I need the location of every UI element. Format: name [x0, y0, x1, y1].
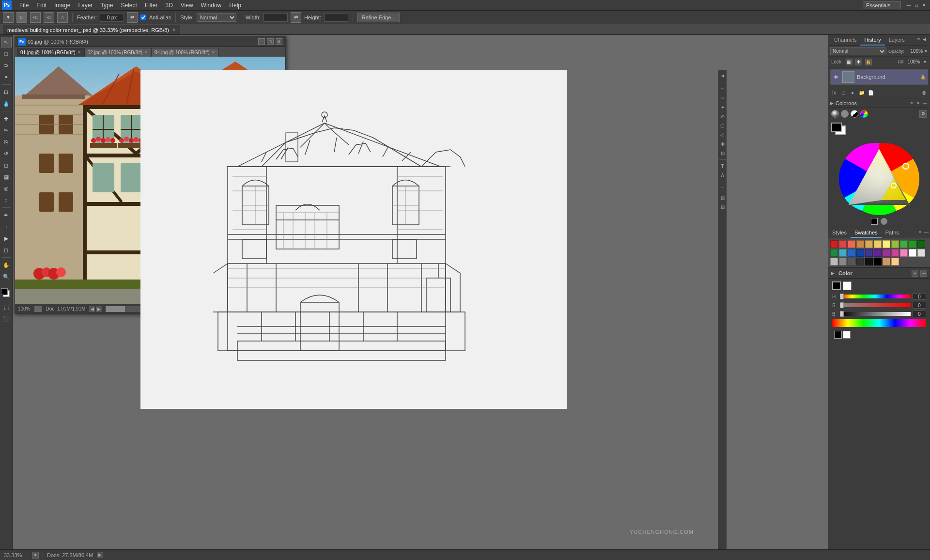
eyedropper-tool[interactable]: 💧	[1, 98, 12, 109]
menu-window[interactable]: Window	[197, 1, 226, 10]
frs-tool7[interactable]: ✚	[719, 140, 727, 148]
height-input[interactable]	[324, 13, 348, 22]
dodge-tool[interactable]: ○	[1, 195, 12, 205]
zoom-dropdown[interactable]	[34, 306, 42, 312]
frs-tool3[interactable]: ✦	[719, 103, 727, 111]
coloroos-collapse[interactable]: —	[922, 101, 928, 106]
pen-tool[interactable]: ✒	[1, 210, 12, 220]
swatch-16[interactable]	[874, 249, 882, 257]
frs-tool6[interactable]: ◎	[719, 131, 727, 139]
workspace-selector[interactable]: Essentials Design Painting	[863, 1, 901, 9]
swatch-24[interactable]	[848, 258, 855, 265]
close-button[interactable]: ✕	[920, 1, 928, 9]
quick-mask-toggle[interactable]: ⬚	[1, 302, 12, 312]
opacity-arrow[interactable]: ▼	[924, 49, 928, 54]
img-tab-04[interactable]: 04.jpg @ 100% (RGB/8#) ✕	[151, 48, 218, 57]
swatch-15[interactable]	[865, 249, 873, 257]
minimize-button[interactable]: —	[905, 1, 913, 9]
coloroos-menu[interactable]: ≡	[908, 101, 915, 106]
brush-tool[interactable]: ✏	[1, 125, 12, 136]
bg-swatch-small[interactable]	[843, 281, 852, 290]
swatch-23[interactable]	[839, 258, 847, 265]
hue-value[interactable]: 0	[913, 293, 926, 300]
foreground-color-swatch[interactable]	[1, 288, 8, 295]
img-tab-04-close[interactable]: ✕	[212, 50, 215, 55]
frs-tool11[interactable]: □	[719, 185, 727, 192]
tool-preset-picker[interactable]: ▼	[3, 12, 14, 23]
eraser-tool[interactable]: ◻	[1, 160, 12, 171]
color-expand-icon[interactable]: ▶	[831, 271, 835, 276]
zoom-status-btn[interactable]: ▼	[32, 552, 39, 559]
swatch-11[interactable]	[830, 249, 838, 257]
swatch-28[interactable]	[883, 258, 890, 265]
swatch-9[interactable]	[909, 240, 916, 248]
shape-tool[interactable]: ◻	[1, 245, 12, 255]
crop-tool[interactable]: ⊡	[1, 87, 12, 97]
color-spectrum[interactable]	[832, 319, 926, 327]
swatch-19[interactable]	[900, 249, 908, 257]
menu-image[interactable]: Image	[50, 1, 74, 10]
restore-button[interactable]: □	[913, 1, 920, 9]
blur-tool[interactable]: ◎	[1, 183, 12, 194]
frs-tool9[interactable]: T	[719, 162, 727, 170]
bright-value[interactable]: 0	[913, 311, 926, 317]
channels-btn[interactable]: ≡	[719, 85, 727, 93]
hue-slider[interactable]	[840, 295, 911, 298]
coloroos-close-btn[interactable]: ✕	[915, 101, 922, 106]
swatch-4[interactable]	[865, 240, 873, 248]
lasso-tool[interactable]: ⊃	[1, 60, 12, 71]
color-circle-mini[interactable]	[881, 218, 887, 225]
img-tab-02-close[interactable]: ✕	[144, 50, 148, 55]
swatch-20[interactable]	[909, 249, 916, 257]
swatches-collapse-btn[interactable]: —	[923, 228, 930, 238]
fg-swatch-small[interactable]	[832, 281, 841, 290]
cs-swatch-bg[interactable]	[843, 331, 851, 339]
nav-next[interactable]: ▶	[96, 306, 102, 312]
create-group-btn[interactable]: 📁	[858, 89, 866, 96]
swatch-0[interactable]	[830, 240, 838, 248]
panel-collapse-btn-1[interactable]: ◀	[719, 72, 727, 79]
swatch-29[interactable]	[891, 258, 899, 265]
swatch-2[interactable]	[848, 240, 855, 248]
swatch-7[interactable]	[891, 240, 899, 248]
healing-brush-tool[interactable]: ✚	[1, 113, 12, 124]
sat-slider[interactable]	[840, 303, 911, 307]
main-doc-close[interactable]: ✕	[172, 28, 176, 32]
panel-menu-btn[interactable]: ≡	[916, 35, 921, 46]
quick-select-tool[interactable]: ✦	[1, 72, 12, 82]
swatch-18[interactable]	[891, 249, 899, 257]
nav-prev[interactable]: ◀	[89, 306, 95, 312]
color-mode-btn-4[interactable]	[860, 110, 868, 118]
swap-wh-btn[interactable]: ⇄	[127, 12, 138, 23]
frs-tool12[interactable]: ⊞	[719, 194, 727, 202]
swatch-17[interactable]	[883, 249, 890, 257]
lock-position-btn[interactable]: ✚	[855, 59, 862, 65]
style-select[interactable]: Normal Fixed Ratio Fixed Size	[197, 13, 236, 22]
tab-channels[interactable]: Channels	[830, 35, 860, 46]
img-win-close[interactable]: ✕	[276, 38, 282, 45]
swatch-1[interactable]	[839, 240, 847, 248]
swatch-13[interactable]	[848, 249, 855, 257]
menu-3d[interactable]: 3D	[161, 1, 176, 10]
hand-tool[interactable]: ✋	[1, 260, 12, 270]
tab-paths[interactable]: Paths	[882, 228, 903, 238]
img-tab-02[interactable]: 02.jpg @ 100% (RGB/8#) ✕	[84, 48, 152, 57]
color-wheel-svg[interactable]	[838, 137, 920, 217]
menu-view[interactable]: View	[177, 1, 197, 10]
history-brush-tool[interactable]: ↺	[1, 148, 12, 159]
zoom-tool[interactable]: 🔍	[1, 271, 12, 282]
fill-arrow[interactable]: ▼	[923, 60, 927, 64]
color-panel-collapse[interactable]: —	[920, 270, 927, 277]
move-tool[interactable]: ↖	[1, 37, 12, 47]
path-select-tool[interactable]: ▶	[1, 233, 12, 244]
lock-all-btn[interactable]: 🔒	[865, 59, 872, 65]
frs-tool5[interactable]: ⬡	[719, 122, 727, 129]
swatch-6[interactable]	[883, 240, 890, 248]
menu-type[interactable]: Type	[96, 1, 117, 10]
swatch-10[interactable]	[917, 240, 925, 248]
layer-visibility-eye[interactable]: 👁	[833, 74, 839, 80]
blend-mode-select[interactable]: Normal Multiply Screen	[830, 47, 886, 55]
feather-input[interactable]	[100, 13, 124, 22]
tab-styles[interactable]: Styles	[828, 228, 851, 238]
menu-layer[interactable]: Layer	[74, 1, 96, 10]
